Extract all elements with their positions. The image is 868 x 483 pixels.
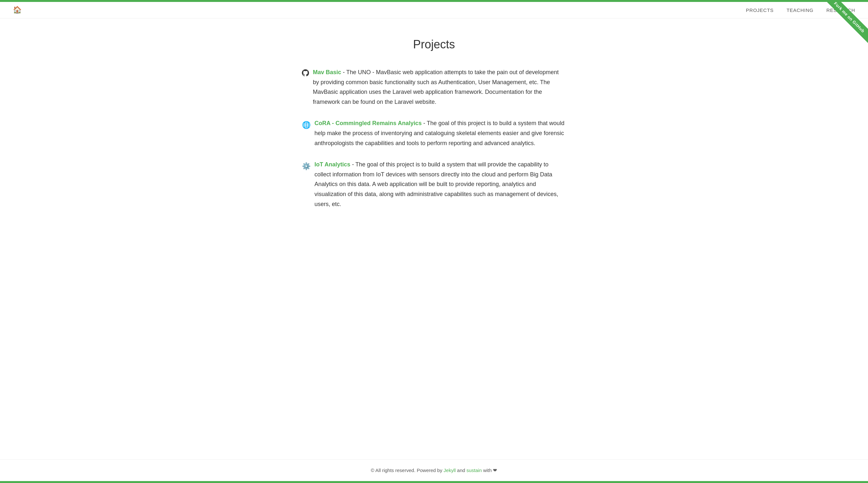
fork-me-link[interactable]: Fork me on GitHub	[823, 0, 868, 44]
home-link[interactable]: 🏠	[13, 6, 22, 14]
footer: © All rights reserved. Powered by Jekyll…	[0, 459, 868, 481]
bottom-bar	[0, 481, 868, 483]
nav-projects[interactable]: PROJECTS	[746, 7, 774, 13]
footer-text-before: © All rights reserved. Powered by	[371, 467, 444, 473]
nav-teaching[interactable]: TEACHING	[786, 7, 813, 13]
project-item-cora: 🌐 CoRA - Commingled Remains Analyics - T…	[302, 118, 566, 148]
iot-link[interactable]: IoT Analytics	[314, 161, 350, 168]
gear-icon: ⚙️	[302, 160, 311, 172]
project-list: Mav Basic - The UNO - MavBasic web appli…	[302, 67, 566, 209]
mav-basic-link[interactable]: Mav Basic	[313, 69, 341, 76]
project-item-iot: ⚙️ IoT Analytics - The goal of this proj…	[302, 160, 566, 209]
header: 🏠 PROJECTS TEACHING RESEARCH	[0, 2, 868, 18]
page-title: Projects	[302, 38, 566, 51]
footer-text-after: with ❤	[482, 467, 497, 473]
globe-icon: 🌐	[302, 119, 311, 131]
github-ribbon[interactable]: Fork me on GitHub	[816, 0, 868, 52]
jekyll-link[interactable]: Jekyll	[444, 467, 456, 473]
main-content: Projects Mav Basic - The UNO - MavBasic …	[289, 18, 579, 459]
footer-text-middle: and	[456, 467, 466, 473]
project-item-mav-basic: Mav Basic - The UNO - MavBasic web appli…	[302, 67, 566, 107]
sustain-link[interactable]: sustain	[467, 467, 482, 473]
iot-description: - The goal of this project is to build a…	[314, 161, 558, 207]
cora-link[interactable]: CoRA - Commingled Remains Analyics	[314, 120, 422, 126]
mav-basic-description: - The UNO - MavBasic web application att…	[313, 69, 559, 105]
project-content-cora: CoRA - Commingled Remains Analyics - The…	[314, 118, 566, 148]
github-icon	[302, 68, 309, 80]
project-content-mav-basic: Mav Basic - The UNO - MavBasic web appli…	[313, 67, 566, 107]
project-content-iot: IoT Analytics - The goal of this project…	[314, 160, 566, 209]
